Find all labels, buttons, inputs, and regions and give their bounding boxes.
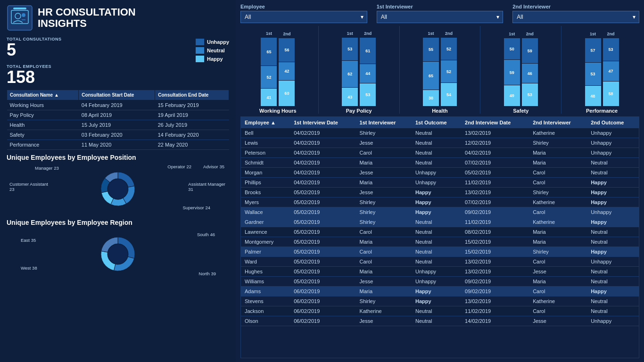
table-row: Morgan04/02/2019JesseUnhappy05/02/2019Ca… (241, 168, 639, 178)
consultation-table: Consultation Name ▲ Consultation Start D… (7, 90, 229, 150)
unhappy-color (196, 39, 204, 45)
neutral-color (196, 47, 204, 54)
region-donut-container: South 46 North 39 West 38 East 35 (7, 228, 229, 280)
interviewer2-select-wrapper: All (512, 11, 639, 23)
col-employee[interactable]: Employee ▲ (241, 117, 290, 128)
legend-happy: Happy (196, 56, 229, 62)
table-row: Hughes05/02/2019MariaUnhappy13/02/2019Je… (241, 267, 639, 277)
table-row: Palmer05/02/2019CarolNeutral15/02/2019Sh… (241, 247, 639, 257)
chart-working-hours: 1st6552412nd564260Working Hours (240, 26, 315, 114)
col-end-date[interactable]: Consultation End Date (155, 90, 229, 100)
svg-rect-1 (13, 8, 26, 9)
consultation-table-wrapper: Consultation Name ▲ Consultation Start D… (7, 90, 229, 150)
table-row: Myers05/02/2019ShirleyHappy07/02/2019Kat… (241, 197, 639, 207)
table-row: Brooks05/02/2019JesseHappy13/02/2019Shir… (241, 188, 639, 197)
chart-health: 1st5565382nd525254Health (403, 26, 478, 114)
chart-safety: 1st5059492nd594653Safety (483, 26, 558, 114)
data-table-wrapper[interactable]: Employee ▲1st Interview Date1st Intervie… (240, 116, 639, 358)
chart-performance: 1st5753482nd534758Performance (564, 26, 639, 114)
employee-filter-group: Employee All (240, 4, 367, 23)
col-2nd-interview-date[interactable]: 2nd Interview Date (461, 117, 529, 128)
employees-stat: TOTAL EMPLOYEES 158 (7, 64, 229, 86)
employee-select[interactable]: All (240, 11, 367, 23)
consultation-row: Working Hours04 February 201915 February… (7, 100, 229, 110)
table-row: Lawrence05/02/2019CarolNeutral08/02/2019… (241, 227, 639, 237)
interviewer2-filter-group: 2nd Interviewer All (512, 4, 639, 23)
col-start-date[interactable]: Consultation Start Date (79, 90, 155, 100)
col-1st-outcome[interactable]: 1st Outcome (412, 117, 461, 128)
interviewer1-select[interactable]: All (377, 11, 504, 23)
filter-row: Employee All 1st Interviewer All 2nd Int… (240, 4, 639, 23)
table-row: Jackson06/02/2019KatherineNeutral11/02/2… (241, 306, 639, 316)
col-1st-interview-date[interactable]: 1st Interview Date (290, 117, 355, 128)
svg-point-6 (108, 179, 128, 199)
table-row: Peterson04/02/2019CarolNeutral04/02/2019… (241, 148, 639, 158)
data-table: Employee ▲1st Interview Date1st Intervie… (241, 117, 639, 326)
legend-unhappy: Unhappy (196, 39, 229, 45)
table-row: Montgomery05/02/2019MariaNeutral15/02/20… (241, 237, 639, 247)
table-row: Schmidt04/02/2019MariaNeutral07/02/2019M… (241, 158, 639, 168)
position-section: Unique Employees by Employee Position Op… (7, 154, 229, 215)
interviewer2-select[interactable]: All (512, 11, 639, 23)
col-consultation-name[interactable]: Consultation Name ▲ (7, 90, 79, 100)
consultation-row: Health15 July 201926 July 2019 (7, 120, 229, 130)
table-row: Wallace05/02/2019ShirleyHappy09/02/2019C… (241, 207, 639, 217)
table-row: Adams06/02/2019MariaHappy09/02/2019Carol… (241, 287, 639, 296)
header-title: HR CONSULTATION INSIGHTS (38, 7, 136, 29)
right-panel: Employee All 1st Interviewer All 2nd Int… (236, 0, 644, 362)
svg-point-4 (22, 13, 25, 17)
consultation-row: Performance11 May 202022 May 2020 (7, 140, 229, 150)
table-row: Ward05/02/2019CarolNeutral13/02/2019Caro… (241, 257, 639, 267)
table-row: Olson06/02/2019JesseNeutral14/02/2019Jes… (241, 316, 639, 326)
region-donut-chart (94, 230, 141, 278)
left-panel: HR CONSULTATION INSIGHTS TOTAL CONSULTAT… (0, 0, 236, 362)
position-donut-container: Operator 22 Advisor 35 Assistant Manager… (7, 163, 229, 215)
region-section: Unique Employees by Employee Region Sout… (7, 219, 229, 280)
consultation-row: Safety03 February 202014 February 2020 (7, 130, 229, 140)
legend-neutral: Neutral (196, 47, 229, 54)
legend: Unhappy Neutral Happy (196, 37, 229, 62)
table-row: Stevens06/02/2019ShirleyHappy13/02/2019K… (241, 296, 639, 306)
interviewer1-filter-group: 1st Interviewer All (377, 4, 504, 23)
table-row: Lewis04/02/2019JesseNeutral12/02/2019Shi… (241, 138, 639, 148)
col-2nd-interviewer[interactable]: 2nd Interviewer (529, 117, 587, 128)
charts-area: 1st6552412nd564260Working Hours1st536243… (240, 26, 639, 114)
employee-select-wrapper: All (240, 11, 367, 23)
interviewer1-select-wrapper: All (377, 11, 504, 23)
happy-color (196, 56, 204, 62)
table-row: Phillips04/02/2019MariaUnhappy11/02/2019… (241, 178, 639, 188)
table-row: Williams05/02/2019JesseUnhappy09/02/2019… (241, 277, 639, 287)
consultation-row: Pay Policy08 April 201919 April 2019 (7, 110, 229, 120)
header: HR CONSULTATION INSIGHTS (7, 5, 229, 31)
table-row: Gardner05/02/2019ShirleyNeutral11/02/201… (241, 217, 639, 227)
col-1st-interviewer[interactable]: 1st Interviewer (356, 117, 412, 128)
chart-pay-policy: 1st5362432nd614453Pay Policy (322, 26, 396, 114)
position-donut-chart (94, 165, 141, 213)
total-consultations: TOTAL CONSULTATIONS 5 (7, 37, 191, 58)
svg-point-7 (108, 244, 128, 264)
col-2nd-outcome[interactable]: 2nd Outcome (587, 117, 639, 128)
table-row: Bell04/02/2019ShirleyNeutral13/02/2019Ka… (241, 128, 639, 138)
stats-section: TOTAL CONSULTATIONS 5 Unhappy Neutral Ha… (7, 37, 229, 62)
hr-icon (7, 5, 33, 31)
